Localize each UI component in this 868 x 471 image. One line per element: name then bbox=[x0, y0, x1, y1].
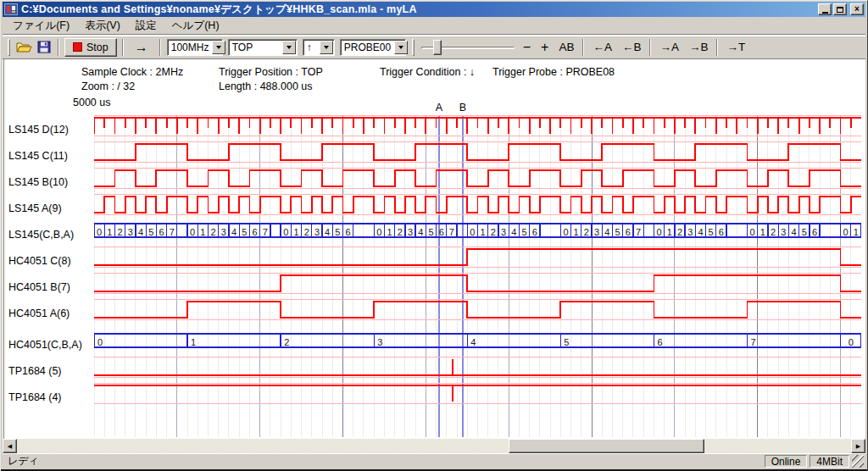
svg-text:0: 0 bbox=[656, 227, 661, 237]
svg-text:7: 7 bbox=[636, 227, 641, 237]
window-title: C:¥Documents and Settings¥noname¥デスクトップ¥… bbox=[21, 3, 813, 17]
window-controls: × bbox=[818, 3, 864, 15]
client-edge bbox=[3, 59, 6, 439]
menu-file[interactable]: ファイル(F) bbox=[6, 17, 76, 35]
svg-text:4: 4 bbox=[418, 227, 423, 237]
right-arrow-icon: ▶ bbox=[856, 443, 860, 450]
time-origin-label: 5000 us bbox=[73, 97, 110, 108]
svg-text:0: 0 bbox=[190, 227, 195, 237]
dropdown-button[interactable] bbox=[394, 41, 408, 54]
toolbar-gripper[interactable] bbox=[412, 39, 415, 56]
minimize-button[interactable] bbox=[818, 3, 832, 15]
save-file-button[interactable] bbox=[34, 38, 54, 57]
svg-text:4: 4 bbox=[325, 227, 330, 237]
svg-text:7: 7 bbox=[263, 227, 268, 237]
svg-text:2: 2 bbox=[771, 227, 776, 237]
svg-text:2: 2 bbox=[118, 227, 123, 237]
marker-a-label[interactable]: A bbox=[433, 102, 445, 114]
goto-marker-b-right-button[interactable]: →B bbox=[684, 38, 714, 57]
trigger-position-select[interactable]: TOP bbox=[228, 39, 298, 56]
svg-text:0: 0 bbox=[283, 227, 288, 237]
maximize-button[interactable] bbox=[833, 3, 847, 15]
zoom-in-button[interactable]: + bbox=[536, 38, 554, 57]
svg-text:2: 2 bbox=[211, 227, 216, 237]
svg-text:5: 5 bbox=[148, 227, 153, 237]
scroll-left-button[interactable]: ◀ bbox=[3, 439, 17, 453]
svg-text:7: 7 bbox=[170, 227, 175, 237]
toolbar: Stop → 100MHz TOP ↑ PROBE00 − + AB ←A bbox=[3, 36, 865, 59]
svg-text:7: 7 bbox=[449, 227, 454, 237]
toolbar-gripper[interactable] bbox=[8, 39, 10, 56]
resize-grip[interactable] bbox=[852, 455, 864, 468]
slider-handle[interactable] bbox=[433, 40, 442, 55]
channel-label: LS145 A(9) bbox=[8, 202, 93, 215]
marker-b-label[interactable]: B bbox=[457, 102, 469, 114]
svg-text:1: 1 bbox=[107, 227, 112, 237]
goto-marker-b-left-button[interactable]: ←B bbox=[617, 38, 647, 57]
channel-label: LS145 B(10) bbox=[8, 175, 93, 189]
channel-label: HC4051 A(6) bbox=[8, 307, 93, 320]
svg-text:5: 5 bbox=[564, 337, 569, 347]
trigger-position-value: TOP bbox=[229, 42, 282, 53]
svg-text:6: 6 bbox=[159, 227, 164, 237]
scrollbar-thumb[interactable] bbox=[509, 439, 704, 453]
svg-text:0: 0 bbox=[97, 227, 102, 237]
svg-text:6: 6 bbox=[252, 227, 257, 237]
svg-text:0: 0 bbox=[750, 227, 755, 237]
svg-text:7: 7 bbox=[750, 337, 755, 347]
titlebar[interactable]: C:¥Documents and Settings¥noname¥デスクトップ¥… bbox=[3, 2, 865, 17]
sample-clock-select[interactable]: 100MHz bbox=[167, 39, 223, 56]
goto-marker-a-left-button[interactable]: ←A bbox=[587, 38, 617, 57]
svg-text:3: 3 bbox=[128, 227, 133, 237]
goto-marker-a-right-button[interactable]: →A bbox=[654, 38, 684, 57]
scroll-right-button[interactable]: ▶ bbox=[851, 439, 865, 453]
channel-label: TP1684 (5) bbox=[8, 364, 93, 378]
svg-text:4: 4 bbox=[138, 227, 143, 237]
channel-label: HC4051 C(8) bbox=[8, 254, 93, 268]
stop-icon bbox=[73, 42, 82, 52]
status-message: レディ bbox=[8, 454, 762, 468]
svg-text:2: 2 bbox=[304, 227, 309, 237]
waveform-plot[interactable]: 0123456701234567012345601234567012345601… bbox=[94, 115, 861, 437]
svg-text:0: 0 bbox=[843, 227, 849, 237]
svg-text:6: 6 bbox=[346, 227, 351, 237]
zoom-out-button[interactable]: − bbox=[518, 38, 536, 57]
svg-text:1: 1 bbox=[200, 227, 205, 237]
zoom-ab-button[interactable]: AB bbox=[554, 38, 579, 57]
run-button[interactable]: → bbox=[127, 38, 156, 57]
svg-text:0: 0 bbox=[376, 227, 381, 237]
chevron-down-icon bbox=[324, 46, 329, 49]
sample-clock-value: 100MHz bbox=[168, 42, 213, 53]
svg-text:4: 4 bbox=[698, 227, 703, 237]
svg-text:3: 3 bbox=[408, 227, 413, 237]
svg-text:6: 6 bbox=[439, 227, 444, 237]
dropdown-button[interactable] bbox=[212, 41, 225, 54]
open-file-button[interactable] bbox=[14, 38, 34, 57]
svg-text:3: 3 bbox=[377, 337, 382, 347]
menu-help[interactable]: ヘルプ(H) bbox=[165, 17, 226, 35]
trigger-probe-select[interactable]: PROBE00 bbox=[340, 39, 406, 56]
app-window: C:¥Documents and Settings¥noname¥デスクトップ¥… bbox=[0, 0, 868, 471]
svg-text:3: 3 bbox=[594, 227, 599, 237]
menu-view[interactable]: 表示(V) bbox=[78, 17, 127, 35]
horizontal-scrollbar[interactable]: ◀ ▶ bbox=[3, 439, 865, 453]
trigger-condition-info: Trigger Condition : ↓ bbox=[380, 66, 475, 78]
svg-text:2: 2 bbox=[491, 227, 496, 237]
dropdown-button[interactable] bbox=[320, 41, 333, 54]
svg-text:3: 3 bbox=[221, 227, 226, 237]
dropdown-button[interactable] bbox=[282, 41, 296, 54]
channel-label: TP1684 (4) bbox=[8, 391, 93, 404]
toolbar-separator bbox=[582, 39, 584, 56]
svg-text:1: 1 bbox=[854, 227, 859, 237]
goto-trigger-button[interactable]: →T bbox=[721, 38, 750, 57]
close-button[interactable]: × bbox=[850, 3, 864, 15]
svg-text:2: 2 bbox=[584, 227, 589, 237]
stop-button[interactable]: Stop bbox=[64, 38, 117, 57]
menu-settings[interactable]: 設定 bbox=[129, 17, 164, 35]
trigger-edge-select[interactable]: ↑ bbox=[303, 39, 335, 56]
scrollbar-track[interactable] bbox=[17, 439, 851, 453]
svg-text:5: 5 bbox=[335, 227, 340, 237]
floppy-icon bbox=[37, 41, 51, 53]
zoom-slider[interactable] bbox=[421, 38, 515, 57]
svg-text:2: 2 bbox=[677, 227, 682, 237]
